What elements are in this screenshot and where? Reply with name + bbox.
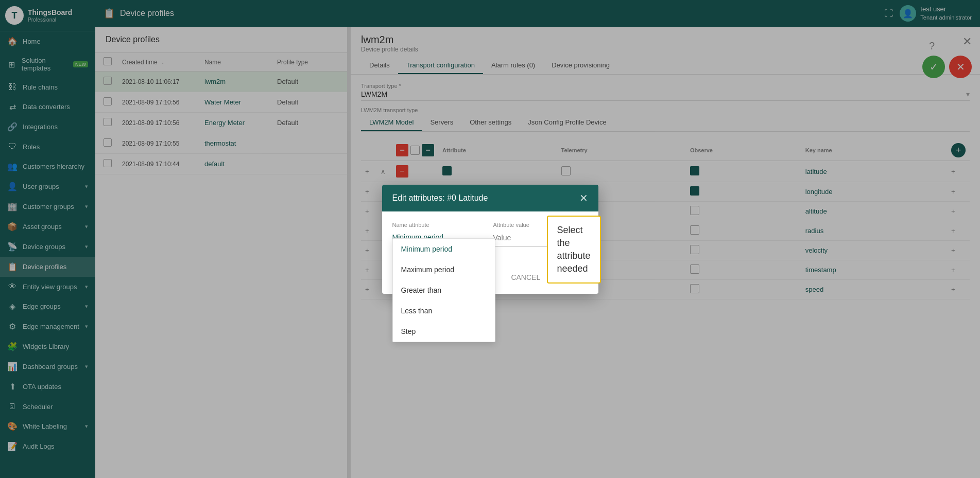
dropdown-item-label: Step [401,327,416,335]
callout-tooltip: Select the attribute needed [547,216,601,284]
dropdown-item-label: Minimum period [401,245,453,253]
dialog-header: Edit attributes: #0 Latitude ✕ [382,185,598,211]
modal-overlay: Edit attributes: #0 Latitude ✕ Name attr… [0,0,980,478]
dropdown-item-minimum-period[interactable]: Minimum period [393,239,495,259]
dialog-cancel-button[interactable]: Cancel [503,269,548,286]
dropdown-item-less-than[interactable]: Less than [393,300,495,321]
dialog-title: Edit attributes: #0 Latitude [392,193,488,203]
callout-text: Select the attribute needed [557,225,591,274]
dropdown-item-step[interactable]: Step [393,321,495,342]
attr-dropdown-list: Minimum period Maximum period Greater th… [392,238,495,342]
dropdown-item-maximum-period[interactable]: Maximum period [393,259,495,280]
name-attr-label: Name attribute [392,222,487,228]
dropdown-item-label: Greater than [401,286,442,294]
edit-attributes-dialog: Edit attributes: #0 Latitude ✕ Name attr… [382,185,598,294]
dropdown-item-greater-than[interactable]: Greater than [393,280,495,300]
dropdown-item-label: Less than [401,307,433,315]
dialog-close-icon[interactable]: ✕ [579,192,588,204]
dropdown-item-label: Maximum period [401,265,454,274]
